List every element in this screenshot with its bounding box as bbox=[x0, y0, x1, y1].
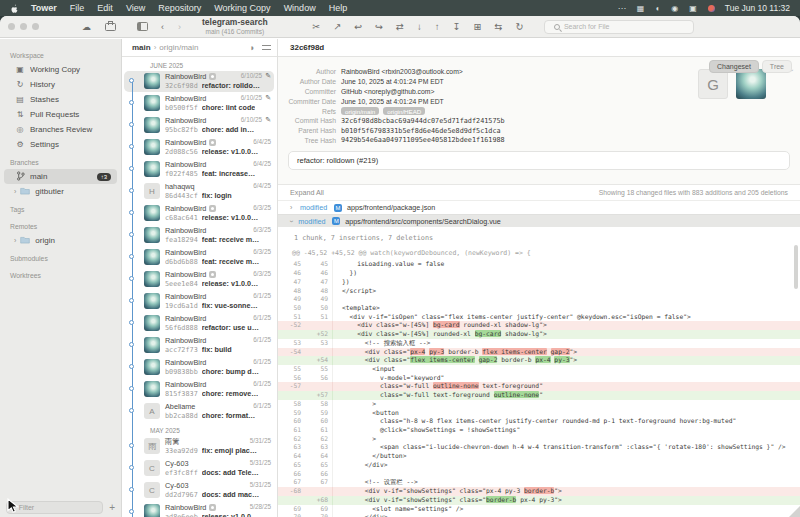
menu-item-tower[interactable]: Tower bbox=[31, 3, 57, 13]
compare-icon[interactable]: ⇆ bbox=[494, 21, 502, 32]
commit-row[interactable]: RainbowBird6/1/2519cd6a1dfix: vue-sonne… bbox=[122, 290, 277, 312]
forward-button[interactable]: › bbox=[178, 22, 181, 32]
commit-row[interactable]: RainbowBird6/3/25fea18294feat: receive m… bbox=[122, 224, 277, 246]
user-switch-icon[interactable]: ▣ bbox=[689, 4, 697, 13]
sidebar-item-main[interactable]: main↑3 bbox=[4, 169, 117, 184]
shield-icon[interactable]: ◉ bbox=[671, 4, 678, 13]
sidebar-item-origin[interactable]: ›origin bbox=[4, 233, 117, 248]
cherry-pick-icon[interactable]: ↪ bbox=[375, 21, 383, 32]
commit-row[interactable]: RainbowBird5/28/25ad8e6eebrelease: v1.0.… bbox=[122, 501, 277, 517]
diff-code: <slot name="settings" /> bbox=[332, 505, 800, 514]
sidebar-item-branches-review[interactable]: ◎Branches Review bbox=[4, 122, 117, 137]
commit-row[interactable]: RainbowBird6/4/25f022f485feat: increase… bbox=[122, 158, 277, 180]
chevron-down-icon[interactable]: › bbox=[288, 220, 295, 222]
sidebar-item-settings[interactable]: ⚙Settings bbox=[4, 137, 117, 152]
refresh-icon[interactable]: ↻ bbox=[515, 21, 523, 32]
ref-badge[interactable]: origin/HEAD bbox=[383, 107, 425, 115]
menu-item-repository[interactable]: Repository bbox=[158, 3, 201, 13]
expand-all-button[interactable]: Expand All bbox=[290, 188, 324, 197]
commit-row[interactable]: RainbowBird6/10/25✎32c6f98drefactor: rol… bbox=[122, 70, 277, 92]
add-button[interactable]: + bbox=[109, 502, 115, 513]
commit-row[interactable]: Hhahaqwq6/4/2586d443cffix: login bbox=[122, 180, 277, 202]
file-search-input[interactable]: Search for File bbox=[544, 20, 694, 34]
new-line-number: +68 bbox=[305, 496, 332, 505]
sidebar-item-stashes[interactable]: ▤Stashes bbox=[4, 92, 117, 107]
commit-hash: 5eee1e84 bbox=[165, 280, 198, 288]
file-path: apps/frontend/src/components/SearchDialo… bbox=[345, 217, 500, 226]
diff-code: <button bbox=[332, 409, 800, 418]
graph-options-icon[interactable] bbox=[262, 44, 271, 52]
menu-item-view[interactable]: View bbox=[126, 3, 145, 13]
services-icon[interactable] bbox=[105, 23, 116, 31]
back-button[interactable]: ‹ bbox=[161, 22, 164, 32]
sync-icon[interactable]: ⇄ bbox=[396, 21, 404, 32]
menu-clock[interactable]: Tue Jun 10 11:32 bbox=[725, 3, 790, 13]
display-icon[interactable]: ▦ bbox=[637, 4, 645, 13]
commit-row[interactable]: CCy-6035/31/25ef3fc8ffdocs: add Tele… bbox=[122, 457, 277, 479]
more-icon[interactable]: ⋯ bbox=[618, 4, 626, 13]
cut-icon[interactable]: ✂ bbox=[312, 21, 320, 32]
sidebar-item-working-copy[interactable]: ▣Working Copy bbox=[4, 62, 117, 77]
new-line-number: 69 bbox=[305, 505, 332, 514]
clock-icon[interactable]: ◗ bbox=[250, 43, 255, 53]
commit-row[interactable]: RainbowBird6/3/25c68ac641release: v1.0.0… bbox=[122, 202, 277, 224]
minimize-window-button[interactable] bbox=[20, 23, 27, 30]
chevron-right-icon[interactable]: › bbox=[14, 237, 16, 244]
commit-row[interactable]: RainbowBird6/10/25✎95bc82fbchore: add in… bbox=[122, 114, 277, 136]
stash-icon[interactable]: ↧ bbox=[453, 21, 461, 32]
control-center-icon[interactable]: ◐ bbox=[655, 4, 660, 13]
commit-row[interactable]: RainbowBird6/1/25815f3837chore: remove… bbox=[122, 378, 277, 400]
commit-row[interactable]: 雨雨篱5/31/2533ea92d9fix: emoji plac… bbox=[122, 435, 277, 457]
detail-field-row: Commit Hash32c6f98d8bcbac69a944dc07e5d71… bbox=[278, 116, 800, 126]
upstream-branch[interactable]: origin/main bbox=[159, 43, 198, 52]
menu-item-working-copy[interactable]: Working Copy bbox=[214, 3, 270, 13]
cloud-sync-icon[interactable]: ☁ bbox=[82, 22, 91, 32]
commit-row[interactable]: RainbowBird6/4/252d088c56release: v1.0.0… bbox=[122, 136, 277, 158]
export-icon[interactable]: ↗ bbox=[333, 21, 341, 32]
push-icon[interactable]: ↑ bbox=[435, 21, 440, 32]
screen-indicator-icon[interactable] bbox=[708, 5, 715, 12]
changeset-tab[interactable]: Changeset bbox=[709, 60, 759, 73]
tree-tab[interactable]: Tree bbox=[762, 60, 792, 73]
commit-row[interactable]: RainbowBird6/3/25d6bd6b88feat: receive m… bbox=[122, 246, 277, 268]
apple-menu-icon[interactable] bbox=[10, 4, 19, 13]
sidebar-item-gitbutler[interactable]: ›gitbutler bbox=[4, 184, 117, 199]
new-line-number: 65 bbox=[305, 461, 332, 470]
commit-row[interactable]: RainbowBird6/1/25b09838bbchore: bump d… bbox=[122, 356, 277, 378]
changed-file-row[interactable]: ›modifiedMapps/frontend/src/components/S… bbox=[278, 214, 800, 228]
toggle-sidebar-button[interactable] bbox=[137, 22, 148, 31]
sidebar-item-pull-requests[interactable]: ⇅Pull Requests bbox=[4, 107, 117, 122]
commit-subject: feat: increase… bbox=[202, 169, 256, 178]
hunk-header: @@ -45,52 +45,52 @@ watch(keywordDebounc… bbox=[278, 247, 800, 260]
commit-row[interactable]: RainbowBird6/1/2556f6d888refactor: use u… bbox=[122, 312, 277, 334]
menu-item-file[interactable]: File bbox=[70, 3, 85, 13]
current-branch[interactable]: main bbox=[132, 43, 151, 52]
settings-icon: ⚙ bbox=[14, 140, 26, 149]
backout-icon[interactable]: ↩ bbox=[354, 21, 362, 32]
commit-hash: dd2d7967 bbox=[165, 491, 198, 499]
menu-item-help[interactable]: Help bbox=[329, 3, 348, 13]
file-list-header: Expand All Showing 18 changed files with… bbox=[278, 185, 800, 200]
commit-row[interactable]: RainbowBird6/1/25acc72f73fix: build bbox=[122, 334, 277, 356]
zoom-window-button[interactable] bbox=[32, 23, 39, 30]
commit-row[interactable]: AAbeliame6/1/25bb2ca88dchore: format… bbox=[122, 400, 277, 422]
menu-item-window[interactable]: Window bbox=[284, 3, 316, 13]
sidebar-item-history[interactable]: ↻History bbox=[4, 77, 117, 92]
chevron-right-icon[interactable]: › bbox=[290, 204, 300, 211]
diff-scrollbar[interactable] bbox=[794, 245, 798, 289]
diff-line: 6464 </button> bbox=[278, 452, 800, 461]
commit-hash: acc72f73 bbox=[165, 346, 198, 354]
archive-icon[interactable]: ⊞ bbox=[473, 21, 481, 32]
chevron-right-icon[interactable]: › bbox=[14, 188, 16, 195]
commit-avatar bbox=[144, 504, 160, 517]
menu-item-edit[interactable]: Edit bbox=[97, 3, 113, 13]
commit-row[interactable]: RainbowBird6/3/255eee1e84release: v1.0.0… bbox=[122, 268, 277, 290]
pull-icon[interactable]: ↓ bbox=[417, 21, 422, 32]
changed-file-row[interactable]: ›modifiedMapps/frontend/package.json bbox=[278, 200, 800, 214]
commit-row[interactable]: CCy-6035/31/25dd2d7967docs: add mac… bbox=[122, 479, 277, 501]
commit-row[interactable]: RainbowBird6/10/25✎b0500f5fchore: lint c… bbox=[122, 92, 277, 114]
commit-avatar: C bbox=[144, 482, 160, 498]
filter-input[interactable]: ▽ Filter bbox=[6, 501, 103, 514]
ref-badge[interactable]: origin/main bbox=[341, 107, 379, 115]
close-window-button[interactable] bbox=[8, 23, 15, 30]
